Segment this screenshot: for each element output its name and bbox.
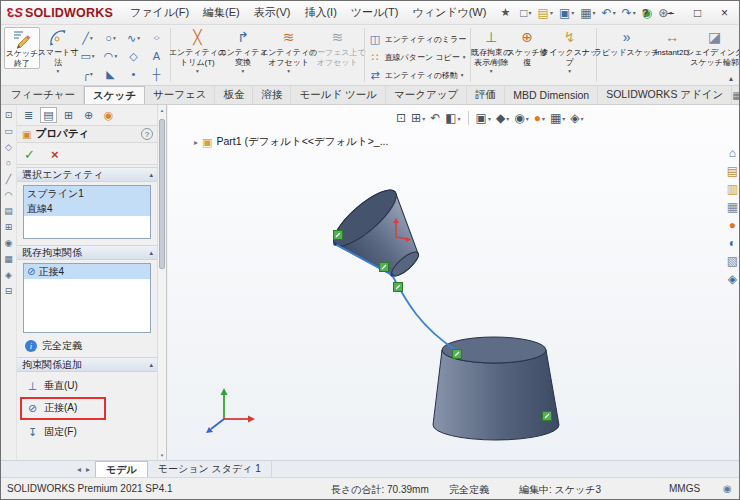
display-style-icon[interactable]: ◆▾	[496, 111, 509, 125]
lower-frustum-body[interactable]	[433, 337, 559, 440]
text-tool-icon[interactable]: A	[145, 47, 168, 65]
selected-entities-list[interactable]: スプライン1 直線4	[23, 185, 151, 239]
tab-features[interactable]: フィーチャー	[3, 86, 84, 104]
ellipse-tool-icon[interactable]: ○	[145, 29, 168, 47]
offset-entities-button[interactable]: ≋ エンティティの オフセット ▾	[264, 27, 313, 74]
menu-insert[interactable]: 挿入(I)	[297, 3, 343, 22]
selected-entities-group-header[interactable]: 選択エンティティ ▴	[17, 167, 158, 182]
maximize-button[interactable]: □	[684, 1, 711, 24]
linear-pattern-button[interactable]: ∷ 直線パターン コピー ▾	[367, 48, 469, 66]
quick-snaps-button[interactable]: ↯ クイックスナッ プ ▾	[545, 27, 594, 74]
left-toolbar-icon[interactable]: ▦	[4, 255, 13, 264]
edit-appearance-icon[interactable]: ●▾	[534, 111, 545, 125]
home-icon[interactable]: ⌂	[729, 147, 736, 159]
list-item-spline1[interactable]: スプライン1	[24, 186, 150, 201]
mirror-entities-button[interactable]: ◫ エンティティのミラー	[367, 30, 469, 48]
list-item-line4[interactable]: 直線4	[24, 201, 150, 216]
tangent-relation-button[interactable]: ⊘ 正接(A)	[23, 399, 119, 417]
left-toolbar-icon[interactable]: ╱	[6, 175, 11, 184]
shaded-sketch-contours-button[interactable]: ◪ シェイディング スケッチ輪郭	[690, 27, 739, 67]
circle-tool-icon[interactable]: ○▾	[99, 29, 122, 47]
minimize-button[interactable]: –	[657, 1, 684, 24]
tab-sketch[interactable]: スケッチ	[84, 86, 145, 104]
ok-button[interactable]: ✓	[24, 147, 35, 162]
perpendicular-relation-button[interactable]: ⊥ 垂直(U)	[23, 377, 119, 395]
instant2d-button[interactable]: ↔ Instant2D	[654, 27, 690, 58]
relation-marker[interactable]	[453, 350, 462, 359]
section-view-icon[interactable]: ◧▾	[445, 111, 460, 125]
zoom-area-icon[interactable]: ⊞▾	[411, 111, 425, 125]
breadcrumb-text[interactable]: Part1 (デフォルト<<デフォルト>_...	[216, 135, 388, 149]
existing-relations-list[interactable]: ⊘ 正接4	[23, 263, 151, 333]
propertymanager-tab-icon[interactable]: ▤	[40, 107, 57, 123]
existing-relations-group-header[interactable]: 既存拘束関係 ▴	[17, 245, 158, 260]
point-tool-icon[interactable]: •	[122, 65, 145, 83]
custom-properties-icon[interactable]: ▧	[727, 255, 738, 267]
trim-entities-button[interactable]: ╳ エンティティの トリム(T) ▾	[173, 27, 222, 74]
left-toolbar-icon[interactable]: ◉	[5, 239, 13, 248]
open-button[interactable]: ▤▾	[537, 7, 554, 19]
relation-marker[interactable]	[334, 231, 343, 240]
exit-sketch-button[interactable]: スケッチ 終了	[4, 27, 40, 69]
arc-tool-icon[interactable]: ◠▾	[99, 47, 122, 65]
scenes-icon[interactable]: ◐	[729, 237, 736, 249]
chamfer-tool-icon[interactable]: ◣	[99, 65, 122, 83]
pin-menu-icon[interactable]: ★	[500, 6, 510, 19]
relation-marker[interactable]	[380, 263, 389, 272]
left-toolbar-icon[interactable]: ⊡	[5, 111, 13, 120]
rectangle-tool-icon[interactable]: ▭▾	[76, 47, 99, 65]
appearances-icon[interactable]: ●	[729, 219, 736, 231]
panel-help-icon[interactable]: ?	[141, 128, 153, 140]
left-toolbar-icon[interactable]: ⊟	[5, 287, 13, 296]
smart-dimension-button[interactable]: スマート寸 法 ▾	[40, 27, 76, 74]
apply-scene-icon[interactable]: ▦▾	[550, 111, 565, 125]
undo-button[interactable]: ↶▾	[601, 7, 617, 19]
save-button[interactable]: ▣▾	[558, 7, 575, 19]
fix-relation-button[interactable]: ↧ 固定(F)	[23, 423, 119, 441]
tab-solidworks-addins[interactable]: SOLIDWORKS アドイン	[598, 86, 732, 104]
display-delete-relations-button[interactable]: ⊥ 既存拘束の 表示/削除 ▾	[473, 27, 509, 74]
line-tool-icon[interactable]: ╱▾	[76, 29, 99, 47]
menu-view[interactable]: 表示(V)	[247, 3, 298, 22]
add-relations-group-header[interactable]: 拘束関係追加 ▴	[17, 357, 158, 372]
scroll-up-icon[interactable]: ▴	[158, 107, 166, 113]
view-settings-icon[interactable]: ◈▾	[570, 111, 583, 125]
tab-surfaces[interactable]: サーフェス	[145, 86, 215, 104]
configurationmanager-tab-icon[interactable]: ⊞	[60, 107, 77, 123]
tab-mold-tools[interactable]: モールド ツール	[291, 86, 386, 104]
units-selector[interactable]: MMGS	[669, 483, 700, 494]
move-entities-button[interactable]: ⇄ エンティティの移動 ▾	[367, 66, 469, 84]
left-toolbar-icon[interactable]: ⊞	[5, 223, 13, 232]
relation-marker[interactable]	[543, 412, 552, 421]
left-toolbar-icon[interactable]: ◇	[5, 143, 12, 152]
panel-scrollbar[interactable]: ▴ ▾	[157, 105, 166, 460]
scrollbar-thumb[interactable]	[159, 119, 165, 269]
tab-evaluate[interactable]: 評価	[467, 86, 505, 104]
design-library-icon[interactable]: ▤	[727, 165, 738, 177]
menu-edit[interactable]: 編集(E)	[196, 3, 247, 22]
endpoint-marker[interactable]	[333, 242, 337, 246]
tab-mbd-dimension[interactable]: MBD Dimension	[505, 86, 598, 104]
endpoint-marker[interactable]	[390, 273, 394, 277]
construction-geometry-icon[interactable]: ┼	[145, 65, 168, 83]
tab-weldments[interactable]: 溶接	[253, 86, 291, 104]
scroll-down-icon[interactable]: ▾	[158, 452, 166, 458]
view-orientation-icon[interactable]: ▣▾	[476, 111, 491, 125]
hide-show-items-icon[interactable]: ◉▾	[514, 111, 529, 125]
polygon-tool-icon[interactable]: ◇	[122, 47, 145, 65]
featuremanager-tab-icon[interactable]: ≣	[20, 107, 37, 123]
collapse-ribbon-icon[interactable]: ▴	[729, 74, 733, 83]
file-explorer-icon[interactable]: ▥	[727, 183, 738, 195]
status-options-icon[interactable]: ◉	[723, 483, 732, 494]
close-button[interactable]: ×	[711, 1, 738, 24]
convert-entities-button[interactable]: ↱ エンティティ 変換 ▾	[222, 27, 264, 74]
rapid-sketch-button[interactable]: » ラピッドスケッチ	[599, 27, 654, 58]
forum-icon[interactable]: ◈	[728, 273, 737, 285]
cancel-button[interactable]: ×	[51, 147, 59, 162]
new-document-button[interactable]: □▾	[519, 7, 532, 19]
dimxpertmanager-tab-icon[interactable]: ⊕	[80, 107, 97, 123]
graphics-viewport[interactable]: ▸ ▣ Part1 (デフォルト<<デフォルト>_... ⊡ ⊞▾ ↶ ◧▾ ▣…	[168, 105, 740, 460]
fillet-tool-icon[interactable]: ╭▾	[76, 65, 99, 83]
tab-scroll-right-icon[interactable]: ▸	[86, 461, 90, 477]
help-button[interactable]: ?	[633, 7, 657, 19]
